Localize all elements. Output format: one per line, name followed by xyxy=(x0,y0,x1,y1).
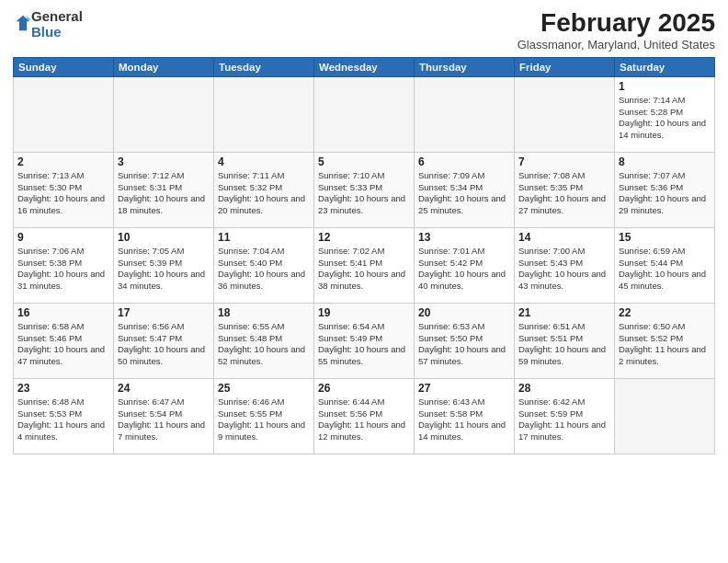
calendar-cell: 2Sunrise: 7:13 AM Sunset: 5:30 PM Daylig… xyxy=(14,152,114,227)
calendar-cell: 26Sunrise: 6:44 AM Sunset: 5:56 PM Dayli… xyxy=(314,378,415,454)
logo: General Blue xyxy=(13,9,83,40)
calendar-cell: 10Sunrise: 7:05 AM Sunset: 5:39 PM Dayli… xyxy=(114,227,214,303)
day-info: Sunrise: 6:42 AM Sunset: 5:59 PM Dayligh… xyxy=(518,396,610,443)
calendar-header-row: SundayMondayTuesdayWednesdayThursdayFrid… xyxy=(14,57,715,76)
calendar-cell: 8Sunrise: 7:07 AM Sunset: 5:36 PM Daylig… xyxy=(615,152,715,227)
page: General Blue February 2025 Glassmanor, M… xyxy=(0,0,728,563)
day-info: Sunrise: 6:44 AM Sunset: 5:56 PM Dayligh… xyxy=(318,396,410,443)
day-number: 16 xyxy=(17,306,109,319)
calendar-cell: 15Sunrise: 6:59 AM Sunset: 5:44 PM Dayli… xyxy=(615,227,715,303)
calendar-cell: 17Sunrise: 6:56 AM Sunset: 5:47 PM Dayli… xyxy=(114,303,214,378)
calendar-cell: 1Sunrise: 7:14 AM Sunset: 5:28 PM Daylig… xyxy=(615,76,715,152)
calendar-cell: 3Sunrise: 7:12 AM Sunset: 5:31 PM Daylig… xyxy=(114,152,214,227)
day-number: 14 xyxy=(518,231,610,244)
calendar-cell: 13Sunrise: 7:01 AM Sunset: 5:42 PM Dayli… xyxy=(415,227,515,303)
weekday-header-saturday: Saturday xyxy=(615,57,715,76)
weekday-header-sunday: Sunday xyxy=(14,57,114,76)
weekday-header-friday: Friday xyxy=(515,57,615,76)
day-number: 20 xyxy=(418,306,510,319)
header: General Blue February 2025 Glassmanor, M… xyxy=(13,9,715,52)
day-info: Sunrise: 7:08 AM Sunset: 5:35 PM Dayligh… xyxy=(518,170,610,217)
day-info: Sunrise: 6:55 AM Sunset: 5:48 PM Dayligh… xyxy=(218,321,310,368)
calendar-week-row: 23Sunrise: 6:48 AM Sunset: 5:53 PM Dayli… xyxy=(14,378,715,454)
day-info: Sunrise: 7:01 AM Sunset: 5:42 PM Dayligh… xyxy=(418,246,510,293)
day-number: 13 xyxy=(418,231,510,244)
weekday-header-tuesday: Tuesday xyxy=(214,57,314,76)
logo-general-text: General xyxy=(31,8,83,24)
calendar-cell: 12Sunrise: 7:02 AM Sunset: 5:41 PM Dayli… xyxy=(314,227,415,303)
day-number: 2 xyxy=(17,155,109,168)
day-number: 5 xyxy=(318,155,410,168)
day-info: Sunrise: 7:12 AM Sunset: 5:31 PM Dayligh… xyxy=(118,170,210,217)
calendar-cell: 4Sunrise: 7:11 AM Sunset: 5:32 PM Daylig… xyxy=(214,152,314,227)
calendar-cell: 16Sunrise: 6:58 AM Sunset: 5:46 PM Dayli… xyxy=(14,303,114,378)
day-number: 7 xyxy=(518,155,610,168)
day-number: 4 xyxy=(218,155,310,168)
day-info: Sunrise: 6:50 AM Sunset: 5:52 PM Dayligh… xyxy=(619,321,711,368)
month-title: February 2025 xyxy=(518,9,715,38)
calendar-cell: 25Sunrise: 6:46 AM Sunset: 5:55 PM Dayli… xyxy=(214,378,314,454)
day-info: Sunrise: 6:47 AM Sunset: 5:54 PM Dayligh… xyxy=(118,396,210,443)
day-number: 1 xyxy=(619,80,711,93)
calendar-cell: 5Sunrise: 7:10 AM Sunset: 5:33 PM Daylig… xyxy=(314,152,415,227)
calendar-cell: 7Sunrise: 7:08 AM Sunset: 5:35 PM Daylig… xyxy=(515,152,615,227)
weekday-header-wednesday: Wednesday xyxy=(314,57,415,76)
calendar-cell: 14Sunrise: 7:00 AM Sunset: 5:43 PM Dayli… xyxy=(515,227,615,303)
calendar-cell: 22Sunrise: 6:50 AM Sunset: 5:52 PM Dayli… xyxy=(615,303,715,378)
calendar-cell xyxy=(214,76,314,152)
calendar-cell xyxy=(114,76,214,152)
day-info: Sunrise: 7:07 AM Sunset: 5:36 PM Dayligh… xyxy=(619,170,711,217)
calendar-cell: 20Sunrise: 6:53 AM Sunset: 5:50 PM Dayli… xyxy=(415,303,515,378)
day-info: Sunrise: 7:06 AM Sunset: 5:38 PM Dayligh… xyxy=(17,246,109,293)
calendar-week-row: 16Sunrise: 6:58 AM Sunset: 5:46 PM Dayli… xyxy=(14,303,715,378)
day-info: Sunrise: 6:51 AM Sunset: 5:51 PM Dayligh… xyxy=(518,321,610,368)
day-info: Sunrise: 7:14 AM Sunset: 5:28 PM Dayligh… xyxy=(619,95,711,142)
calendar-cell: 28Sunrise: 6:42 AM Sunset: 5:59 PM Dayli… xyxy=(515,378,615,454)
calendar-cell: 27Sunrise: 6:43 AM Sunset: 5:58 PM Dayli… xyxy=(415,378,515,454)
calendar-cell xyxy=(314,76,415,152)
calendar-week-row: 1Sunrise: 7:14 AM Sunset: 5:28 PM Daylig… xyxy=(14,76,715,152)
day-number: 19 xyxy=(318,306,410,319)
calendar-cell: 11Sunrise: 7:04 AM Sunset: 5:40 PM Dayli… xyxy=(214,227,314,303)
day-number: 24 xyxy=(118,382,210,395)
day-info: Sunrise: 7:13 AM Sunset: 5:30 PM Dayligh… xyxy=(17,170,109,217)
day-info: Sunrise: 6:43 AM Sunset: 5:58 PM Dayligh… xyxy=(418,396,510,443)
day-number: 28 xyxy=(518,382,610,395)
calendar-table: SundayMondayTuesdayWednesdayThursdayFrid… xyxy=(13,57,715,454)
weekday-header-monday: Monday xyxy=(114,57,214,76)
day-number: 9 xyxy=(17,231,109,244)
calendar-cell: 9Sunrise: 7:06 AM Sunset: 5:38 PM Daylig… xyxy=(14,227,114,303)
day-info: Sunrise: 7:02 AM Sunset: 5:41 PM Dayligh… xyxy=(318,246,410,293)
day-number: 12 xyxy=(318,231,410,244)
day-number: 23 xyxy=(17,382,109,395)
calendar-cell xyxy=(515,76,615,152)
day-info: Sunrise: 6:54 AM Sunset: 5:49 PM Dayligh… xyxy=(318,321,410,368)
day-number: 17 xyxy=(118,306,210,319)
day-number: 26 xyxy=(318,382,410,395)
calendar-cell xyxy=(14,76,114,152)
day-info: Sunrise: 7:10 AM Sunset: 5:33 PM Dayligh… xyxy=(318,170,410,217)
day-number: 22 xyxy=(619,306,711,319)
day-info: Sunrise: 6:53 AM Sunset: 5:50 PM Dayligh… xyxy=(418,321,510,368)
calendar-cell: 24Sunrise: 6:47 AM Sunset: 5:54 PM Dayli… xyxy=(114,378,214,454)
calendar-cell: 19Sunrise: 6:54 AM Sunset: 5:49 PM Dayli… xyxy=(314,303,415,378)
day-info: Sunrise: 7:04 AM Sunset: 5:40 PM Dayligh… xyxy=(218,246,310,293)
calendar-week-row: 2Sunrise: 7:13 AM Sunset: 5:30 PM Daylig… xyxy=(14,152,715,227)
day-number: 25 xyxy=(218,382,310,395)
day-number: 27 xyxy=(418,382,510,395)
location: Glassmanor, Maryland, United States xyxy=(518,38,715,52)
calendar-cell: 21Sunrise: 6:51 AM Sunset: 5:51 PM Dayli… xyxy=(515,303,615,378)
calendar-cell: 18Sunrise: 6:55 AM Sunset: 5:48 PM Dayli… xyxy=(214,303,314,378)
calendar-cell xyxy=(615,378,715,454)
day-number: 21 xyxy=(518,306,610,319)
day-number: 18 xyxy=(218,306,310,319)
calendar-cell: 6Sunrise: 7:09 AM Sunset: 5:34 PM Daylig… xyxy=(415,152,515,227)
day-number: 6 xyxy=(418,155,510,168)
day-info: Sunrise: 7:00 AM Sunset: 5:43 PM Dayligh… xyxy=(518,246,610,293)
day-info: Sunrise: 7:11 AM Sunset: 5:32 PM Dayligh… xyxy=(218,170,310,217)
day-number: 15 xyxy=(619,231,711,244)
day-info: Sunrise: 6:58 AM Sunset: 5:46 PM Dayligh… xyxy=(17,321,109,368)
day-number: 11 xyxy=(218,231,310,244)
calendar-cell: 23Sunrise: 6:48 AM Sunset: 5:53 PM Dayli… xyxy=(14,378,114,454)
weekday-header-thursday: Thursday xyxy=(415,57,515,76)
